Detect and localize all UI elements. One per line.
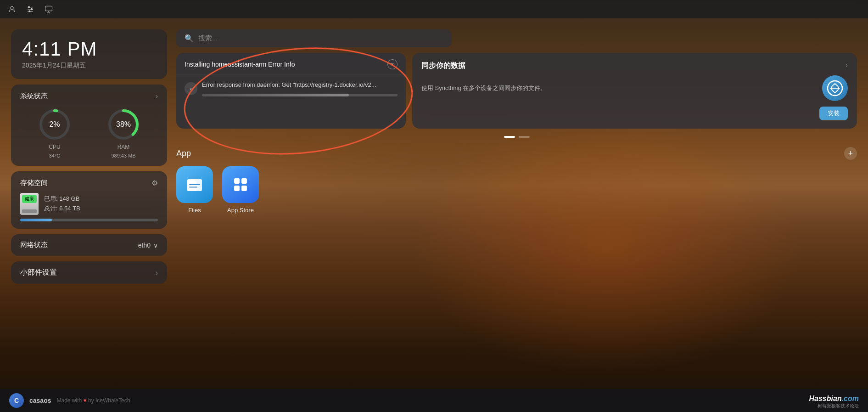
network-chevron-icon: ∨ <box>153 242 158 249</box>
cpu-label: CPU <box>49 144 60 150</box>
storage-info: 健康 已用: 148 GB 总计: 6.54 TB <box>20 193 158 215</box>
network-interface: eth0 <box>138 242 151 249</box>
right-panel: 🔍 搜索... Installing homeassistant-arm Err… <box>176 29 857 214</box>
svg-point-5 <box>31 9 33 10</box>
cpu-temp: 34°C <box>49 153 61 158</box>
sync-card-footer: 安装 <box>421 107 848 120</box>
heart-icon: ♥ <box>84 397 87 404</box>
ram-percent: 38% <box>116 120 131 129</box>
carousel-dot-2[interactable] <box>519 136 530 138</box>
files-app-label: Files <box>188 207 201 214</box>
system-status-title: 系统状态 <box>20 92 48 101</box>
casaos-brand: casaos <box>29 397 51 404</box>
storage-header: 存储空间 ⚙ <box>20 179 158 187</box>
cpu-gauge-ring: 2% <box>38 108 71 141</box>
add-app-button[interactable]: + <box>844 147 857 160</box>
hassbian-com: .com <box>842 395 859 402</box>
widget-header: 系统状态 › <box>20 92 158 101</box>
files-app-icon <box>176 166 213 203</box>
sync-card-arrow-icon[interactable]: › <box>846 61 848 69</box>
svg-rect-18 <box>189 186 197 188</box>
error-dialog-title: Installing homeassistant-arm Error Info <box>185 61 295 68</box>
health-badge: 健康 <box>22 195 37 203</box>
left-panel: 4:11 PM 2025年1月24日星期五 系统状态 › <box>11 29 167 284</box>
syncthing-logo <box>822 75 848 101</box>
system-status-widget: 系统状态 › 2% CPU 34°C <box>11 85 167 166</box>
carousel-dot-1[interactable] <box>504 136 515 138</box>
error-card-body: ‹ Error response from daemon: Get "https… <box>176 74 406 103</box>
ram-gauge-ring: 38% <box>107 108 140 141</box>
app-section-header: App + <box>176 147 857 160</box>
app-grid: Files App Store <box>176 166 857 214</box>
time-widget: 4:11 PM 2025年1月24日星期五 <box>11 29 167 79</box>
error-progress-fill <box>202 94 349 96</box>
error-dialog: Installing homeassistant-arm Error Info … <box>176 53 406 129</box>
status-arrow-icon[interactable]: › <box>156 92 158 101</box>
storage-widget: 存储空间 ⚙ 健康 已用: 148 GB 总计: 6.54 TB <box>11 171 167 229</box>
casaos-icon: C <box>9 393 24 408</box>
hassbian-logo: Hassbian.com 树莓派极客技术论坛 <box>809 395 859 409</box>
carousel-dots <box>176 136 857 138</box>
widgets-settings-label: 小部件设置 <box>20 268 57 277</box>
cards-row: Installing homeassistant-arm Error Info … <box>176 53 857 129</box>
svg-rect-16 <box>187 181 196 191</box>
storage-used: 已用: 148 GB <box>44 194 80 204</box>
sync-card: 同步你的数据 › 使用 Syncthing 在多个设备之间同步你的文件。 <box>412 53 857 129</box>
search-bar[interactable]: 🔍 搜索... <box>176 29 452 47</box>
sync-card-body: 使用 Syncthing 在多个设备之间同步你的文件。 <box>421 75 848 101</box>
menubar <box>0 0 868 18</box>
bottom-tagline: Made with ♥ by IceWhaleTech <box>56 397 130 404</box>
network-value: eth0 ∨ <box>138 242 158 249</box>
app-item-files[interactable]: Files <box>176 166 213 214</box>
svg-rect-19 <box>234 178 240 184</box>
storage-bar <box>20 219 158 221</box>
network-widget[interactable]: 网络状态 eth0 ∨ <box>11 234 167 256</box>
svg-rect-22 <box>241 186 247 191</box>
app-section-title: App <box>176 149 191 158</box>
sliders-icon[interactable] <box>26 5 35 14</box>
user-icon[interactable] <box>7 5 17 14</box>
cpu-percent: 2% <box>49 120 60 129</box>
sync-card-header: 同步你的数据 › <box>421 61 848 71</box>
svg-point-0 <box>11 6 13 9</box>
hassbian-title: Hassbian.com <box>809 395 859 403</box>
storage-total: 总计: 6.54 TB <box>44 204 80 214</box>
sync-description: 使用 Syncthing 在多个设备之间同步你的文件。 <box>421 84 815 93</box>
date-display: 2025年1月24日星期五 <box>22 62 156 70</box>
time-display: 4:11 PM <box>22 39 156 60</box>
storage-bar-fill <box>20 219 52 221</box>
appstore-app-icon <box>222 166 259 203</box>
error-card-header: Installing homeassistant-arm Error Info … <box>176 53 406 74</box>
desktop: 4:11 PM 2025年1月24日星期五 系统状态 › <box>0 18 868 412</box>
ram-gauge: 38% RAM 989.43 MB <box>107 108 140 158</box>
svg-rect-17 <box>189 184 200 185</box>
search-icon: 🔍 <box>185 34 194 43</box>
storage-details: 已用: 148 GB 总计: 6.54 TB <box>44 194 80 214</box>
appstore-app-label: App Store <box>227 207 254 214</box>
install-button[interactable]: 安装 <box>819 107 848 120</box>
search-placeholder: 搜索... <box>198 34 218 43</box>
ram-value: 989.43 MB <box>111 153 135 158</box>
plus-icon: + <box>848 149 853 158</box>
network-label: 网络状态 <box>20 241 48 249</box>
app-section: App + F <box>176 147 857 214</box>
storage-settings-icon[interactable]: ⚙ <box>151 179 158 187</box>
gauges-container: 2% CPU 34°C 38% <box>20 108 158 158</box>
hassbian-subtitle: 树莓派极客技术论坛 <box>809 403 859 409</box>
close-icon: × <box>391 61 394 68</box>
svg-point-4 <box>28 6 30 8</box>
error-dialog-close-button[interactable]: × <box>387 59 398 69</box>
cpu-gauge: 2% CPU 34°C <box>38 108 71 158</box>
sync-card-title: 同步你的数据 <box>421 61 465 71</box>
ram-gauge-label: 38% <box>116 120 131 129</box>
error-card-content: Error response from daemon: Get "https:/… <box>202 81 398 96</box>
storage-title: 存储空间 <box>20 179 48 187</box>
cpu-gauge-label: 2% <box>49 120 60 129</box>
widgets-settings-arrow-icon: › <box>156 269 158 277</box>
error-progress-bar <box>202 94 398 96</box>
widgets-settings-widget[interactable]: 小部件设置 › <box>11 261 167 284</box>
app-item-appstore[interactable]: App Store <box>222 166 259 214</box>
svg-rect-21 <box>234 186 240 191</box>
error-card-prev-button[interactable]: ‹ <box>185 82 197 95</box>
monitor-icon[interactable] <box>44 5 53 14</box>
